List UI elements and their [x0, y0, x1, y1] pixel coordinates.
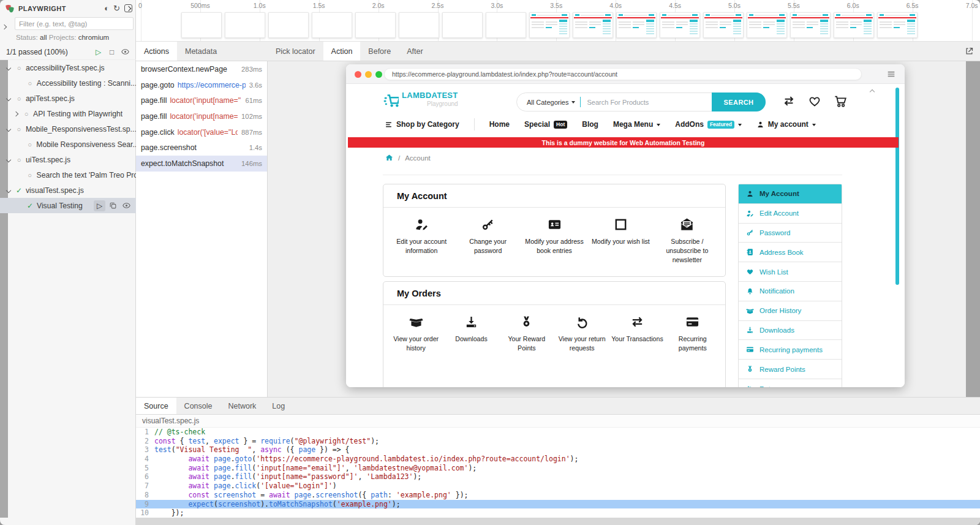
action-row[interactable]: page.click locator('[value="Lo... 887ms [136, 124, 267, 140]
change-password-link[interactable]: Change your password [454, 217, 521, 264]
source-code[interactable]: 1// @ts-check2const { test, expect } = r… [136, 428, 980, 518]
chevron-down-icon[interactable] [5, 97, 12, 100]
downloads-link[interactable]: Downloads [443, 315, 499, 353]
wishlist-heart-icon[interactable] [808, 94, 821, 108]
code-line[interactable]: 5 await page.fill('input[name="email"]',… [136, 464, 980, 473]
chevron-down-icon[interactable] [5, 66, 12, 70]
timeline-thumbnail[interactable] [703, 12, 744, 38]
tab-log[interactable]: Log [264, 398, 293, 414]
timeline-filmstrip[interactable]: 0500ms1.0s1.5s2.0s2.5s3.0s3.5s4.0s4.5s5.… [136, 0, 980, 42]
code-line[interactable]: 7 await page.click('[value="Login"]') [136, 482, 980, 491]
menu-edit-account[interactable]: Edit Account [739, 204, 842, 224]
address-bar[interactable]: https://ecommerce-playground.lambdatest.… [384, 68, 862, 80]
filter-input[interactable] [15, 17, 134, 30]
copy-icon[interactable] [107, 200, 119, 211]
tab-actions[interactable]: Actions [136, 42, 177, 61]
timeline-thumbnail[interactable] [834, 12, 874, 38]
projects-value[interactable]: chromium [78, 34, 109, 41]
tree-item-visual-testing-selected[interactable]: ✓ Visual Testing ▷ [0, 198, 136, 213]
timeline-thumbnail[interactable] [660, 12, 700, 38]
code-line[interactable]: 8 const screenshot = await page.screensh… [136, 491, 980, 500]
cart-icon[interactable] [834, 94, 847, 108]
tree-item-ui-test[interactable]: ○ Search the text 'Palm Treo Pro [0, 167, 136, 183]
timeline-thumbnail[interactable] [312, 12, 352, 38]
code-line[interactable]: 4 await page.goto('https://ecommerce-pla… [136, 455, 980, 464]
edit-account-info-link[interactable]: Edit your account information [388, 217, 454, 264]
timeline-thumbnail[interactable] [486, 12, 526, 38]
nav-addons[interactable]: AddOns Featured [675, 120, 742, 129]
code-line[interactable]: 10 }); [136, 508, 980, 518]
tree-item-mobile-spec[interactable]: ○ Mobile_ResponsivenessTest.sp... [0, 121, 136, 137]
return-requests-link[interactable]: View your return requests [554, 315, 609, 353]
action-row[interactable]: page.screenshot 1.4s [136, 140, 267, 156]
code-line[interactable]: 2const { test, expect } = require("@play… [136, 437, 980, 446]
tree-item-mobile-test[interactable]: ○ Mobile Responsiveness Sear... [0, 137, 136, 152]
snapshot-pane-scrollbar[interactable] [966, 61, 980, 397]
tab-network[interactable]: Network [220, 398, 264, 414]
timeline-thumbnail[interactable] [355, 12, 396, 38]
nav-shop-by-category[interactable]: Shop by Category [385, 120, 459, 129]
tree-item-accessibility-test[interactable]: ○ Accessibility testing : Scanni... [0, 75, 136, 91]
tab-before[interactable]: Before [360, 42, 399, 61]
chevron-right-icon[interactable] [12, 112, 20, 116]
nav-blog[interactable]: Blog [582, 120, 598, 129]
tree-item-accessibility-spec[interactable]: ○ accessibilityTest.spec.js [0, 60, 136, 75]
expander-chevron-icon[interactable] [2, 20, 6, 31]
stop-button[interactable]: □ [106, 47, 118, 58]
action-row-selected[interactable]: expect.toMatchSnapshot 146ms [136, 156, 267, 172]
open-external-icon[interactable] [965, 42, 974, 61]
search-button[interactable]: SEARCH [712, 93, 766, 111]
search-input[interactable] [581, 99, 712, 106]
newsletter-link[interactable]: Subscribe / unsubscribe to newsletter [654, 217, 720, 264]
menu-returns[interactable]: Returns [739, 379, 842, 387]
category-dropdown[interactable]: All Categories [517, 99, 580, 106]
run-all-button[interactable]: ▷ [92, 47, 104, 58]
menu-password[interactable]: Password [739, 224, 842, 243]
action-row[interactable]: page.fill locator('input[name="... 61ms [136, 93, 267, 108]
timeline-thumbnail[interactable] [181, 12, 222, 38]
scroll-top-chevron-icon[interactable] [870, 85, 874, 96]
tab-metadata[interactable]: Metadata [177, 42, 225, 61]
timeline-thumbnail[interactable] [442, 12, 483, 38]
maximize-traffic-light[interactable] [375, 71, 382, 78]
action-row[interactable]: browserContext.newPage 283ms [136, 61, 267, 77]
menu-notification[interactable]: Notification [739, 282, 842, 301]
code-line[interactable]: 3test("Visual Testing ", async ({ page }… [136, 445, 980, 455]
home-icon[interactable] [385, 154, 393, 162]
recurring-payments-link[interactable]: Recurring payments [665, 315, 720, 353]
tree-item-visual-spec[interactable]: ✓ visualTest.spec.js [0, 183, 136, 198]
address-book-link[interactable]: Modify your address book entries [521, 217, 587, 264]
tree-item-api-spec[interactable]: ○ apiTest.spec.js [0, 91, 136, 106]
nav-special[interactable]: Special Hot [524, 120, 567, 129]
timeline-thumbnail[interactable] [573, 12, 613, 38]
nav-home[interactable]: Home [489, 120, 510, 129]
tree-item-api-testing[interactable]: ○ API Testing with Playwright [0, 106, 136, 121]
timeline-thumbnail[interactable] [877, 12, 918, 38]
action-row[interactable]: page.goto https://ecommerce-pl... 3.6s [136, 77, 267, 93]
timeline-thumbnail[interactable] [399, 12, 439, 38]
page-scrollbar-thumb[interactable] [895, 88, 899, 285]
minimize-traffic-light[interactable] [365, 71, 372, 78]
menu-my-account[interactable]: My Account [739, 184, 842, 204]
tab-after[interactable]: After [399, 42, 431, 61]
menu-order-history[interactable]: Order History [739, 301, 842, 321]
chevron-down-icon[interactable] [5, 158, 12, 162]
browser-menu-icon[interactable] [886, 69, 896, 79]
tab-source[interactable]: Source [136, 398, 176, 414]
timeline-thumbnail[interactable] [529, 12, 570, 38]
timeline-thumbnail[interactable] [616, 12, 657, 38]
compare-icon[interactable] [782, 94, 796, 108]
tree-item-ui-spec[interactable]: ○ uiTest.spec.js [0, 152, 136, 167]
timeline-thumbnail[interactable] [225, 12, 265, 38]
chevron-down-icon[interactable] [5, 189, 12, 192]
transactions-link[interactable]: Your Transactions [609, 315, 665, 353]
timeline-thumbnail[interactable] [747, 12, 787, 38]
wish-list-link[interactable]: Modify your wish list [587, 217, 654, 264]
watch-all-icon[interactable] [119, 47, 131, 58]
theme-toggle-icon[interactable]: ◐ [104, 4, 109, 12]
nav-mega-menu[interactable]: Mega Menu [613, 120, 660, 129]
code-line[interactable]: 6 await page.fill('input[name="password"… [136, 472, 980, 482]
run-test-button[interactable]: ▷ [94, 200, 105, 211]
timeline-thumbnail[interactable] [790, 12, 831, 38]
code-line[interactable]: 9 expect(screenshot).toMatchSnapshot('ex… [136, 500, 980, 509]
